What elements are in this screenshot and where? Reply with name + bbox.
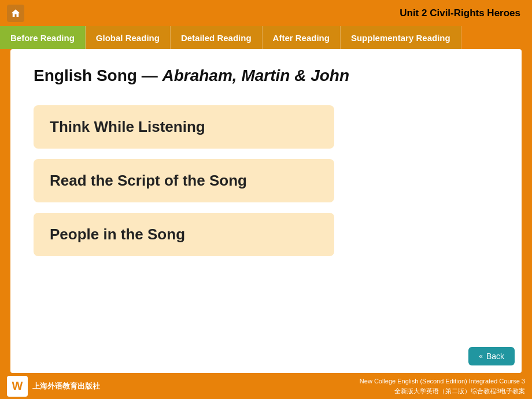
tab-global-reading[interactable]: Global Reading [86, 26, 171, 49]
tab-before-reading[interactable]: Before Reading [0, 26, 86, 49]
logo-w: W [7, 376, 28, 397]
tab-supplementary-reading[interactable]: Supplementary Reading [341, 26, 461, 49]
back-button[interactable]: « Back [468, 347, 515, 365]
tab-detailed-reading[interactable]: Detailed Reading [171, 26, 263, 49]
home-icon[interactable] [7, 5, 24, 22]
page-title: English Song — Abraham, Martin & John [34, 66, 498, 85]
tab-after-reading[interactable]: After Reading [263, 26, 341, 49]
unit-title: Unit 2 Civil-Rights Heroes [400, 8, 520, 19]
bottom-bar: W 上海外语教育出版社 New College English (Second … [0, 373, 532, 399]
publisher-logo: W 上海外语教育出版社 [7, 376, 100, 397]
publisher-name: 上海外语教育出版社 [32, 381, 100, 391]
main-content: English Song — Abraham, Martin & John Th… [10, 49, 522, 373]
footer-right-text: New College English (Second Edition) Int… [360, 376, 525, 396]
menu-item-read-script[interactable]: Read the Script of the Song [34, 159, 334, 202]
menu-item-people-in-song[interactable]: People in the Song [34, 213, 334, 256]
top-header: Unit 2 Civil-Rights Heroes [0, 0, 532, 26]
menu-item-think-while-listening[interactable]: Think While Listening [34, 105, 334, 149]
nav-tabs: Before Reading Global Reading Detailed R… [0, 26, 532, 49]
